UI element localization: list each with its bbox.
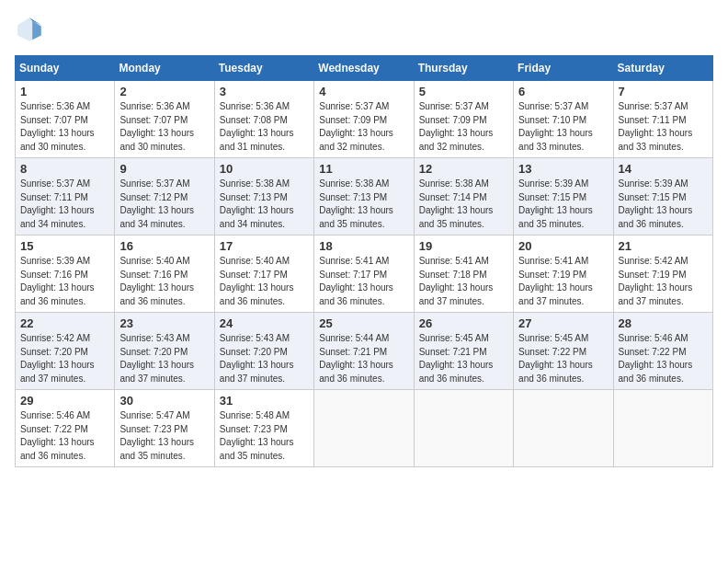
day-number: 10 bbox=[220, 162, 309, 176]
calendar-week-2: 8Sunrise: 5:37 AM Sunset: 7:11 PM Daylig… bbox=[16, 158, 713, 236]
calendar-cell: 25Sunrise: 5:44 AM Sunset: 7:21 PM Dayli… bbox=[314, 313, 414, 390]
calendar-cell: 11Sunrise: 5:38 AM Sunset: 7:13 PM Dayli… bbox=[314, 158, 414, 236]
day-number: 19 bbox=[419, 239, 508, 253]
calendar-cell: 19Sunrise: 5:41 AM Sunset: 7:18 PM Dayli… bbox=[414, 236, 513, 313]
day-number: 6 bbox=[518, 85, 608, 98]
calendar-cell: 20Sunrise: 5:41 AM Sunset: 7:19 PM Dayli… bbox=[514, 236, 613, 313]
day-info: Sunrise: 5:36 AM Sunset: 7:07 PM Dayligh… bbox=[20, 100, 109, 154]
calendar-table: SundayMondayTuesdayWednesdayThursdayFrid… bbox=[15, 55, 713, 467]
calendar-cell: 24Sunrise: 5:43 AM Sunset: 7:20 PM Dayli… bbox=[214, 313, 313, 390]
calendar-cell: 26Sunrise: 5:45 AM Sunset: 7:21 PM Dayli… bbox=[414, 313, 513, 390]
day-number: 28 bbox=[619, 316, 708, 330]
day-info: Sunrise: 5:46 AM Sunset: 7:22 PM Dayligh… bbox=[20, 409, 109, 463]
day-number: 7 bbox=[619, 85, 708, 98]
day-info: Sunrise: 5:47 AM Sunset: 7:23 PM Dayligh… bbox=[119, 409, 209, 463]
day-number: 14 bbox=[619, 162, 708, 176]
day-number: 5 bbox=[419, 85, 508, 98]
calendar-cell: 15Sunrise: 5:39 AM Sunset: 7:16 PM Dayli… bbox=[16, 236, 115, 313]
day-info: Sunrise: 5:40 AM Sunset: 7:16 PM Dayligh… bbox=[119, 255, 209, 308]
day-info: Sunrise: 5:42 AM Sunset: 7:20 PM Dayligh… bbox=[20, 332, 109, 385]
day-info: Sunrise: 5:37 AM Sunset: 7:11 PM Dayligh… bbox=[619, 100, 708, 154]
logo bbox=[15, 15, 48, 44]
day-number: 9 bbox=[119, 162, 209, 176]
calendar-cell: 3Sunrise: 5:36 AM Sunset: 7:08 PM Daylig… bbox=[214, 81, 313, 158]
day-info: Sunrise: 5:45 AM Sunset: 7:22 PM Dayligh… bbox=[518, 332, 608, 385]
day-number: 20 bbox=[518, 239, 608, 253]
day-number: 31 bbox=[220, 394, 309, 408]
day-info: Sunrise: 5:36 AM Sunset: 7:07 PM Dayligh… bbox=[119, 100, 209, 154]
day-number: 30 bbox=[119, 394, 209, 408]
calendar-cell bbox=[314, 390, 414, 467]
day-info: Sunrise: 5:45 AM Sunset: 7:21 PM Dayligh… bbox=[419, 332, 508, 385]
day-number: 4 bbox=[319, 85, 408, 98]
calendar-cell: 16Sunrise: 5:40 AM Sunset: 7:16 PM Dayli… bbox=[115, 236, 214, 313]
day-number: 12 bbox=[419, 162, 508, 176]
calendar-cell bbox=[414, 390, 513, 467]
day-info: Sunrise: 5:37 AM Sunset: 7:09 PM Dayligh… bbox=[419, 100, 508, 154]
day-number: 1 bbox=[20, 85, 109, 98]
day-number: 18 bbox=[319, 239, 408, 253]
day-info: Sunrise: 5:43 AM Sunset: 7:20 PM Dayligh… bbox=[119, 332, 209, 385]
day-number: 13 bbox=[518, 162, 608, 176]
weekday-saturday: Saturday bbox=[613, 56, 712, 81]
calendar-cell: 8Sunrise: 5:37 AM Sunset: 7:11 PM Daylig… bbox=[16, 158, 115, 236]
day-info: Sunrise: 5:36 AM Sunset: 7:08 PM Dayligh… bbox=[220, 100, 309, 154]
day-info: Sunrise: 5:37 AM Sunset: 7:09 PM Dayligh… bbox=[319, 100, 408, 154]
calendar-cell bbox=[514, 390, 613, 467]
weekday-tuesday: Tuesday bbox=[214, 56, 313, 81]
day-info: Sunrise: 5:41 AM Sunset: 7:19 PM Dayligh… bbox=[518, 255, 608, 308]
day-info: Sunrise: 5:38 AM Sunset: 7:13 PM Dayligh… bbox=[319, 178, 408, 231]
day-number: 27 bbox=[518, 316, 608, 330]
calendar-cell: 21Sunrise: 5:42 AM Sunset: 7:19 PM Dayli… bbox=[613, 236, 712, 313]
calendar-cell: 1Sunrise: 5:36 AM Sunset: 7:07 PM Daylig… bbox=[16, 81, 115, 158]
calendar-week-5: 29Sunrise: 5:46 AM Sunset: 7:22 PM Dayli… bbox=[16, 390, 713, 467]
day-info: Sunrise: 5:41 AM Sunset: 7:18 PM Dayligh… bbox=[419, 255, 508, 308]
day-info: Sunrise: 5:44 AM Sunset: 7:21 PM Dayligh… bbox=[319, 332, 408, 385]
calendar-cell: 5Sunrise: 5:37 AM Sunset: 7:09 PM Daylig… bbox=[414, 81, 513, 158]
weekday-header-row: SundayMondayTuesdayWednesdayThursdayFrid… bbox=[16, 56, 713, 81]
logo-icon bbox=[15, 15, 44, 44]
calendar-cell: 23Sunrise: 5:43 AM Sunset: 7:20 PM Dayli… bbox=[115, 313, 214, 390]
day-number: 8 bbox=[20, 162, 109, 176]
calendar-cell: 10Sunrise: 5:38 AM Sunset: 7:13 PM Dayli… bbox=[214, 158, 313, 236]
calendar-cell: 14Sunrise: 5:39 AM Sunset: 7:15 PM Dayli… bbox=[613, 158, 712, 236]
day-number: 29 bbox=[20, 394, 109, 408]
weekday-sunday: Sunday bbox=[16, 56, 115, 81]
day-number: 22 bbox=[20, 316, 109, 330]
calendar-cell: 12Sunrise: 5:38 AM Sunset: 7:14 PM Dayli… bbox=[414, 158, 513, 236]
calendar-week-4: 22Sunrise: 5:42 AM Sunset: 7:20 PM Dayli… bbox=[16, 313, 713, 390]
calendar-cell: 4Sunrise: 5:37 AM Sunset: 7:09 PM Daylig… bbox=[314, 81, 414, 158]
day-info: Sunrise: 5:48 AM Sunset: 7:23 PM Dayligh… bbox=[220, 409, 309, 463]
day-info: Sunrise: 5:39 AM Sunset: 7:16 PM Dayligh… bbox=[20, 255, 109, 308]
calendar-cell bbox=[613, 390, 712, 467]
weekday-friday: Friday bbox=[514, 56, 613, 81]
calendar-week-3: 15Sunrise: 5:39 AM Sunset: 7:16 PM Dayli… bbox=[16, 236, 713, 313]
day-info: Sunrise: 5:37 AM Sunset: 7:11 PM Dayligh… bbox=[20, 178, 109, 231]
calendar-cell: 17Sunrise: 5:40 AM Sunset: 7:17 PM Dayli… bbox=[214, 236, 313, 313]
day-info: Sunrise: 5:37 AM Sunset: 7:12 PM Dayligh… bbox=[119, 178, 209, 231]
weekday-wednesday: Wednesday bbox=[314, 56, 414, 81]
calendar-cell: 9Sunrise: 5:37 AM Sunset: 7:12 PM Daylig… bbox=[115, 158, 214, 236]
day-info: Sunrise: 5:46 AM Sunset: 7:22 PM Dayligh… bbox=[619, 332, 708, 385]
day-info: Sunrise: 5:38 AM Sunset: 7:13 PM Dayligh… bbox=[220, 178, 309, 231]
day-info: Sunrise: 5:41 AM Sunset: 7:17 PM Dayligh… bbox=[319, 255, 408, 308]
day-info: Sunrise: 5:37 AM Sunset: 7:10 PM Dayligh… bbox=[518, 100, 608, 154]
day-number: 11 bbox=[319, 162, 408, 176]
calendar-cell: 7Sunrise: 5:37 AM Sunset: 7:11 PM Daylig… bbox=[613, 81, 712, 158]
calendar-cell: 22Sunrise: 5:42 AM Sunset: 7:20 PM Dayli… bbox=[16, 313, 115, 390]
day-number: 24 bbox=[220, 316, 309, 330]
day-info: Sunrise: 5:40 AM Sunset: 7:17 PM Dayligh… bbox=[220, 255, 309, 308]
calendar-cell: 13Sunrise: 5:39 AM Sunset: 7:15 PM Dayli… bbox=[514, 158, 613, 236]
calendar-week-1: 1Sunrise: 5:36 AM Sunset: 7:07 PM Daylig… bbox=[16, 81, 713, 158]
day-info: Sunrise: 5:42 AM Sunset: 7:19 PM Dayligh… bbox=[619, 255, 708, 308]
day-number: 15 bbox=[20, 239, 109, 253]
day-number: 25 bbox=[319, 316, 408, 330]
calendar-cell: 6Sunrise: 5:37 AM Sunset: 7:10 PM Daylig… bbox=[514, 81, 613, 158]
day-number: 17 bbox=[220, 239, 309, 253]
day-number: 23 bbox=[119, 316, 209, 330]
calendar-cell: 29Sunrise: 5:46 AM Sunset: 7:22 PM Dayli… bbox=[16, 390, 115, 467]
page-header bbox=[15, 15, 713, 44]
calendar-cell: 28Sunrise: 5:46 AM Sunset: 7:22 PM Dayli… bbox=[613, 313, 712, 390]
day-info: Sunrise: 5:43 AM Sunset: 7:20 PM Dayligh… bbox=[220, 332, 309, 385]
day-number: 21 bbox=[619, 239, 708, 253]
